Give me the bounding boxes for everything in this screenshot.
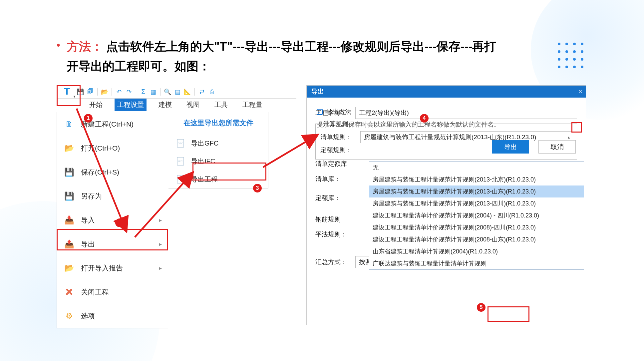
tab-tools[interactable]: 工具 [212,99,230,111]
list-lib-label: 清单库： [315,172,347,187]
project-name-value: 工程2(导出)(导出) [359,109,409,117]
rebar-legend: 钢筋规则 [315,212,347,227]
save-copy-icon[interactable]: 🗐 [86,88,95,96]
option-sichuan-2004[interactable]: 建设工程工程量清单计价规范计算规则(2004) - 四川(R1.0.23.0) [369,209,584,221]
decorative-dot-grid [555,40,586,71]
method-label: 方法： [67,40,103,53]
ifc-file-icon: IFC [176,157,185,166]
export-toolbar-icon[interactable]: ⎙ [207,88,216,96]
option-shandong-2008[interactable]: 建设工程工程量清单计价规范计算规则(2008-山东)(R1.0.23.0) [369,233,584,245]
swap-icon[interactable]: ⇄ [197,88,206,96]
screenshot-composite: T 💾 🗐 📂 ↶ ↷ Σ ▦ 🔍 ▤ 📐 ⇄ ⎙ 开始 工程设置 建模 视图 … [57,85,586,325]
annotation-badge-3: 3 [253,184,262,192]
list-rule-options[interactable]: 无 房屋建筑与装饰工程计量规范计算规则(2013-北京)(R1.0.23.0) … [369,161,584,270]
checkbox-checked-icon: ✓ [317,109,323,115]
layers-icon[interactable]: ▤ [173,88,182,96]
svg-line-0 [77,109,127,232]
project-name-field[interactable]: 工程2(导出)(导出) [355,107,577,119]
export-gfc-label: 导出GFC [191,139,218,148]
arrow-3-to-dialog [260,131,323,172]
export-icon: 📤 [64,239,74,249]
export-button-label: 导出 [504,143,517,152]
flat-rule-label: 平法规则： [315,227,347,242]
export-button[interactable]: 导出 [492,140,529,154]
menu-export-label: 导出 [81,239,95,249]
export-submenu-heading: 在这里导出您所需文件 [168,112,268,134]
tab-modeling[interactable]: 建模 [156,99,174,111]
export-method-label: 导出做法 [326,108,351,116]
instruction-line1: 点击软件左上角的大"T"---导出---导出工程---修改规则后导出---保存-… [106,40,496,53]
gfc-file-icon: GFC [176,139,185,148]
svg-line-2 [263,135,318,167]
chevron-right-icon: ▸ [159,264,162,272]
option-glodon[interactable]: 广联达建筑与装饰工程量计量清单计算规则 [369,257,584,269]
chevron-up-icon: ▴ [568,135,570,140]
cancel-button[interactable]: 取消 [538,140,576,154]
option-sichuan-2008[interactable]: 建设工程工程量清单计价规范计算规则(2008)-四川(R1.0.23.0) [369,221,584,233]
export-ifc-label: 导出IFC [191,157,215,166]
sigma-icon[interactable]: Σ [139,88,148,96]
save-icon[interactable]: 💾 [76,88,85,96]
export-method-checkbox[interactable]: ✓ 导出做法 [317,108,351,116]
instruction-line2: 开导出的工程即可。如图： [67,59,210,73]
option-beijing-2013[interactable]: 房屋建筑与装饰工程计量规范计算规则(2013-北京)(R1.0.23.0) [369,174,584,185]
tab-view[interactable]: 视图 [184,99,202,111]
option-none[interactable]: 无 [369,162,584,174]
annotation-badge-4: 4 [420,114,429,123]
redo-icon[interactable]: ↷ [125,88,133,96]
cancel-button-label: 取消 [550,143,564,152]
ruler-icon[interactable]: 📐 [183,88,192,96]
option-shandong-2004[interactable]: 山东省建筑工程清单计算规则(2004)(R1.0.23.0) [369,245,584,257]
tab-quantity[interactable]: 工程量 [240,99,265,111]
dialog-titlebar: 导出 × [307,86,586,98]
svg-line-1 [135,172,193,237]
menu-report-label: 打开导入报告 [81,263,123,273]
menu-close-project[interactable]: 🗙 关闭工程 [57,280,168,304]
close-icon[interactable]: × [578,88,582,95]
undo-icon[interactable]: ↶ [115,88,123,96]
close-file-icon: 🗙 [64,287,74,297]
menu-options-label: 选项 [81,311,95,321]
annotation-badge-5: 5 [477,303,485,312]
dialog-tip: 提示：工程保存时会以这里所输入的工程名称做为默认的文件名。 [317,120,500,129]
open-icon[interactable]: 📂 [100,88,109,96]
menu-options[interactable]: ⚙ 选项 [57,304,168,328]
dialog-title: 导出 [311,87,324,96]
quota-lib-label: 定额库： [315,190,347,206]
menu-open-import-report[interactable]: 📂 打开导入报告 ▸ [57,256,168,280]
summary-label: 汇总方式： [315,258,355,266]
report-folder-icon: 📂 [64,263,74,273]
option-shandong-2013[interactable]: 房屋建筑与装饰工程计量规范计算规则(2013-山东)(R1.0.23.0) [369,185,584,197]
find-icon[interactable]: 🔍 [163,88,172,96]
export-gfc[interactable]: GFC 导出GFC [168,134,268,152]
export-dialog: 导出 × 工程名称： 工程2(导出)(导出) 计算规则 清单规则： 房屋建筑与装… [306,85,586,325]
app-logo-t[interactable]: T [59,86,75,98]
option-sichuan-2013[interactable]: 房屋建筑与装饰工程计量规范计算规则(2013-四川)(R1.0.23.0) [369,197,584,209]
gear-icon: ⚙ [64,311,74,321]
quick-access-toolbar: T 💾 🗐 📂 ↶ ↷ Σ ▦ 🔍 ▤ 📐 ⇄ ⎙ [57,85,296,99]
arrow-2-to-export-project [130,167,203,245]
menu-close-label: 关闭工程 [81,287,109,297]
grid-icon[interactable]: ▦ [149,88,158,96]
slide-instruction-text: • 方法： 点击软件左上角的大"T"---导出---导出工程---修改规则后导出… [57,37,547,76]
